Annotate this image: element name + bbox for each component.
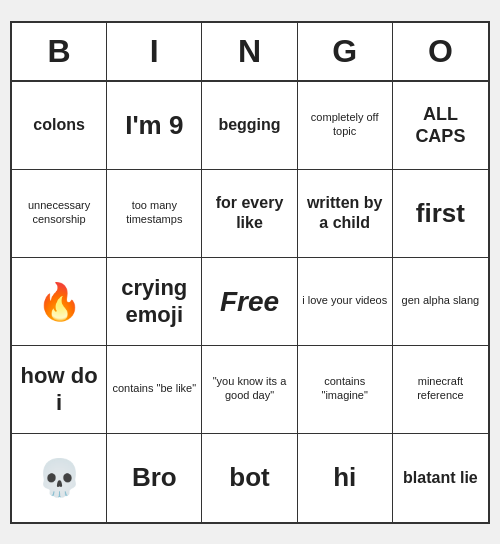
bingo-cell: 💀	[12, 434, 107, 522]
bingo-cell: contains "be like"	[107, 346, 202, 434]
bingo-cell: colons	[12, 82, 107, 170]
bingo-cell: Bro	[107, 434, 202, 522]
bingo-cell: completely off topic	[298, 82, 393, 170]
header-letter: B	[12, 23, 107, 80]
bingo-cell: hi	[298, 434, 393, 522]
bingo-card: BINGO colonsI'm 9beggingcompletely off t…	[10, 21, 490, 524]
bingo-cell: how do i	[12, 346, 107, 434]
bingo-cell: "you know its a good day"	[202, 346, 297, 434]
bingo-cell: written by a child	[298, 170, 393, 258]
header-letter: O	[393, 23, 488, 80]
bingo-cell: for every like	[202, 170, 297, 258]
bingo-cell: 🔥	[12, 258, 107, 346]
header-letter: N	[202, 23, 297, 80]
bingo-cell: first	[393, 170, 488, 258]
bingo-header: BINGO	[12, 23, 488, 82]
bingo-cell: crying emoji	[107, 258, 202, 346]
header-letter: G	[298, 23, 393, 80]
bingo-cell: contains "imagine"	[298, 346, 393, 434]
bingo-cell: Free	[202, 258, 297, 346]
bingo-grid: colonsI'm 9beggingcompletely off topicAL…	[12, 82, 488, 522]
bingo-cell: unnecessary censorship	[12, 170, 107, 258]
bingo-cell: I'm 9	[107, 82, 202, 170]
bingo-cell: gen alpha slang	[393, 258, 488, 346]
bingo-cell: begging	[202, 82, 297, 170]
bingo-cell: too many timestamps	[107, 170, 202, 258]
header-letter: I	[107, 23, 202, 80]
bingo-cell: i love your videos	[298, 258, 393, 346]
bingo-cell: bot	[202, 434, 297, 522]
bingo-cell: minecraft reference	[393, 346, 488, 434]
bingo-cell: blatant lie	[393, 434, 488, 522]
bingo-cell: ALL CAPS	[393, 82, 488, 170]
